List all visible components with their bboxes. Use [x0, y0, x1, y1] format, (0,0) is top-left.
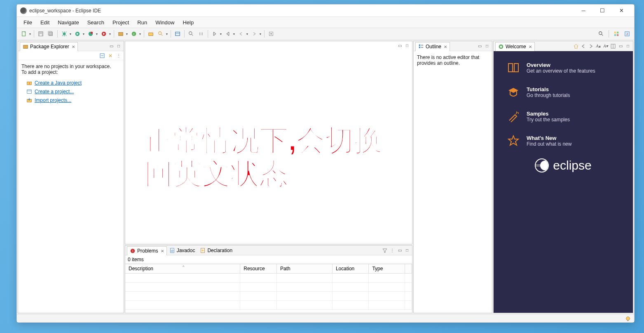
welcome-tab[interactable]: Welcome ✕ [495, 42, 535, 51]
col-extra[interactable] [405, 264, 412, 273]
overview-icon [508, 62, 519, 73]
minimize-problems-icon[interactable]: ▭ [396, 247, 403, 254]
back-button[interactable] [237, 29, 246, 38]
home-icon[interactable] [573, 43, 579, 50]
open-type-button[interactable] [146, 29, 155, 38]
import-projects-link[interactable]: Import projects... [26, 97, 120, 103]
view-menu-problems-icon[interactable]: ⋮ [389, 247, 396, 254]
col-resource[interactable]: Resource [240, 264, 277, 273]
svg-rect-24 [614, 32, 616, 33]
minimize-welcome-icon[interactable]: ▭ [617, 43, 624, 50]
coverage-dropdown[interactable]: ▼ [95, 33, 98, 35]
debug-dropdown[interactable]: ▼ [69, 33, 72, 35]
menu-project[interactable]: Project [108, 18, 133, 27]
package-explorer-tab[interactable]: Package Explorer ✕ [20, 42, 78, 51]
prev-annotation-dropdown[interactable]: ▼ [232, 33, 236, 35]
eclipse-icon [20, 7, 27, 14]
minimize-panel-icon[interactable]: ▭ [108, 43, 115, 50]
menu-run[interactable]: Run [133, 18, 151, 27]
create-java-project-link[interactable]: J Create a Java project [26, 80, 120, 86]
open-perspective-button[interactable] [612, 29, 621, 38]
next-annotation-dropdown[interactable]: ▼ [219, 33, 222, 35]
menu-file[interactable]: File [19, 18, 36, 27]
forward-button[interactable] [250, 29, 259, 38]
new-class-button[interactable]: C [129, 29, 138, 38]
col-type[interactable]: Type [369, 264, 405, 273]
run-dropdown[interactable]: ▼ [82, 33, 85, 35]
no-projects-msg1: There are no projects in your workspace. [21, 64, 120, 69]
welcome-whatsnew[interactable]: What's NewFind out what is new [508, 135, 619, 147]
col-location[interactable]: Location [332, 264, 369, 273]
zoom-in-icon[interactable]: A▴ [595, 43, 602, 50]
search-dropdown[interactable]: ▼ [165, 33, 169, 35]
welcome-samples[interactable]: SamplesTry out the samples [508, 111, 619, 123]
layout-icon[interactable] [610, 43, 616, 50]
col-path[interactable]: Path [277, 264, 333, 273]
toggle-mark-button[interactable] [187, 29, 196, 38]
menu-window[interactable]: Window [151, 18, 178, 27]
new-package-dropdown[interactable]: ▼ [125, 33, 129, 35]
filter-icon[interactable] [382, 247, 388, 254]
debug-button[interactable] [60, 29, 69, 38]
menu-edit[interactable]: Edit [36, 18, 54, 27]
status-bar [17, 314, 634, 322]
menu-search[interactable]: Search [83, 18, 108, 27]
nav-back-icon[interactable] [580, 43, 587, 50]
quick-access-button[interactable] [597, 29, 606, 38]
pin-editor-button[interactable] [267, 29, 276, 38]
minimize-outline-icon[interactable]: ▭ [476, 43, 483, 50]
create-project-link[interactable]: Create a project... [26, 89, 120, 94]
new-dropdown[interactable]: ▼ [28, 33, 32, 35]
collapse-all-icon[interactable] [99, 52, 105, 59]
maximize-welcome-icon[interactable]: □ [625, 43, 631, 50]
maximize-button[interactable]: ☐ [593, 5, 612, 17]
declaration-tab[interactable]: Declaration [197, 246, 235, 255]
view-menu-icon[interactable]: ⋮ [115, 52, 122, 59]
toggle-breadcrumb-button[interactable] [173, 29, 182, 38]
maximize-outline-icon[interactable]: □ [484, 43, 490, 50]
outline-tab[interactable]: Outline ✕ [415, 42, 450, 51]
close-button[interactable]: ✕ [612, 5, 631, 17]
menu-help[interactable]: Help [178, 18, 198, 27]
run-last-button[interactable] [99, 29, 108, 38]
new-package-button[interactable] [116, 29, 125, 38]
menu-navigate[interactable]: Navigate [54, 18, 83, 27]
zoom-out-icon[interactable]: A▾ [602, 43, 609, 50]
search-button[interactable] [156, 29, 165, 38]
col-description[interactable]: Description^ [125, 264, 240, 273]
window-title: eclipse_workspace - Eclipse IDE [29, 8, 574, 14]
maximize-panel-icon[interactable]: □ [115, 43, 122, 50]
next-annotation-button[interactable] [210, 29, 219, 38]
prev-annotation-button[interactable] [223, 29, 232, 38]
tip-icon[interactable] [625, 316, 631, 321]
new-button[interactable] [19, 29, 28, 38]
coverage-button[interactable] [86, 29, 95, 38]
close-package-explorer-tab[interactable]: ✕ [72, 45, 75, 49]
welcome-overview[interactable]: OverviewGet an overview of the features [508, 62, 619, 74]
run-last-dropdown[interactable]: ▼ [108, 33, 112, 35]
package-explorer-tab-label: Package Explorer [30, 44, 69, 50]
run-button[interactable] [73, 29, 82, 38]
pin-button[interactable] [197, 29, 206, 38]
welcome-tutorials[interactable]: TutorialsGo through tutorials [508, 86, 619, 98]
problems-tab[interactable]: ! Problems ✕ [127, 246, 167, 255]
new-class-dropdown[interactable]: ▼ [138, 33, 142, 35]
minimize-button[interactable]: ─ [574, 5, 593, 17]
maximize-problems-icon[interactable]: □ [404, 247, 410, 254]
editor-minimize-icon[interactable]: ▭ [396, 42, 403, 49]
close-welcome-tab[interactable]: ✕ [529, 45, 532, 49]
link-editor-icon[interactable] [107, 52, 114, 59]
save-button[interactable] [36, 29, 45, 38]
java-perspective-button[interactable]: J [623, 29, 632, 38]
close-outline-tab[interactable]: ✕ [444, 45, 447, 49]
forward-dropdown[interactable]: ▼ [259, 33, 262, 35]
javadoc-tab[interactable]: @ Javadoc [167, 246, 198, 255]
declaration-icon [200, 248, 206, 253]
back-dropdown[interactable]: ▼ [246, 33, 249, 35]
problems-table: Description^ Resource Path Location Type [125, 264, 412, 313]
svg-rect-53 [514, 64, 518, 72]
close-problems-tab[interactable]: ✕ [161, 249, 164, 253]
save-all-button[interactable] [46, 29, 55, 38]
editor-maximize-icon[interactable]: □ [404, 42, 410, 49]
nav-forward-icon[interactable] [588, 43, 594, 50]
